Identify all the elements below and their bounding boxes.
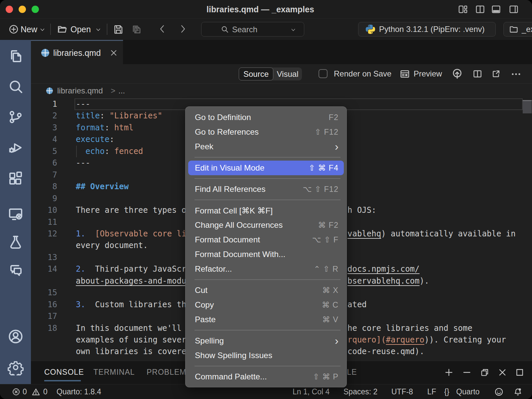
extensions-icon [8, 170, 24, 186]
save-all-icon[interactable] [131, 24, 142, 35]
menu-item-peek[interactable]: Peek› [186, 139, 346, 154]
errors-count[interactable]: 0 [23, 387, 27, 396]
search-dropdown-caret-icon[interactable] [291, 27, 296, 33]
activity-bar-account[interactable] [0, 328, 31, 345]
toolbar-separator [50, 24, 51, 35]
activity-bar-extensions[interactable] [0, 169, 31, 187]
menu-item-label: Command Palette... [195, 372, 267, 381]
split-editor-layout-icon[interactable] [475, 4, 485, 14]
panel-restore-icon[interactable] [480, 368, 489, 377]
menu-item-cut[interactable]: Cut⌘ X [186, 283, 346, 298]
open-button[interactable]: Open [70, 25, 91, 34]
menu-item-go-to-definition[interactable]: Go to DefinitionF2 [186, 110, 346, 125]
menu-separator [195, 366, 340, 366]
new-button[interactable]: New [21, 25, 37, 34]
warnings-count[interactable]: 0 [43, 387, 48, 396]
toggle-panel-icon[interactable] [491, 4, 501, 14]
open-external-icon[interactable] [491, 69, 501, 79]
menu-item-find-all-references[interactable]: Find All References⌥ ⇧ F12 [186, 182, 346, 197]
activity-bar-search[interactable] [0, 78, 31, 95]
minimize-window-button[interactable] [19, 6, 26, 13]
panel-tab-terminal[interactable]: TERMINAL [93, 368, 135, 377]
feedback-smiley-icon[interactable] [494, 387, 503, 396]
code-token: echo [85, 147, 105, 156]
visual-mode-button[interactable]: Visual [273, 67, 302, 80]
menu-item-go-to-references[interactable]: Go to References⇧ F12 [186, 125, 346, 139]
quarto-version[interactable]: Quarto: 1.8.4 [57, 387, 101, 396]
menu-item-show-spelling-issues[interactable]: Show Spelling Issues [186, 348, 346, 363]
project-selector[interactable]: _examples [503, 22, 532, 37]
indentation[interactable]: Spaces: 2 [343, 387, 377, 396]
activity-bar-run-debug[interactable] [0, 139, 31, 156]
tab-close-icon[interactable] [110, 49, 118, 57]
new-file-icon[interactable] [9, 24, 19, 34]
zoom-window-button[interactable] [32, 6, 39, 13]
menu-item-shortcut: ⌃ ⇧ R [314, 264, 338, 274]
menu-item-refactor[interactable]: Refactor...⌃ ⇧ R [186, 262, 346, 276]
panel-maximize-icon[interactable] [515, 368, 524, 377]
preview-icon[interactable] [400, 69, 410, 79]
split-editor-icon[interactable] [472, 69, 482, 79]
toggle-secondary-sidebar-icon[interactable] [509, 4, 519, 14]
close-window-button[interactable] [6, 6, 13, 13]
open-folder-icon[interactable] [57, 24, 67, 35]
source-mode-button[interactable]: Source [239, 67, 273, 80]
tab-libraries-qmd[interactable]: libraries.qmd [31, 40, 123, 64]
menu-item-edit-in-visual-mode[interactable]: Edit in Visual Mode⇧ ⌘ F4 [188, 161, 344, 175]
search-input[interactable]: Search [201, 22, 304, 37]
folder-icon [509, 25, 518, 34]
breadcrumb-more[interactable]: ... [118, 86, 125, 95]
menu-item-shortcut: ⌥ ⇧ F12 [303, 185, 338, 194]
code-token: ) automatically available in [381, 229, 516, 238]
activity-bar-chat[interactable] [0, 261, 31, 279]
menu-item-label: Edit in Visual Mode [195, 163, 264, 173]
notifications-bell-icon[interactable] [513, 387, 522, 396]
activity-bar-testing[interactable] [0, 233, 31, 251]
back-icon[interactable] [157, 24, 167, 34]
code-token: --- [76, 158, 90, 168]
account-icon [8, 329, 24, 344]
customize-layout-icon[interactable] [458, 4, 468, 14]
chat-icon [8, 262, 24, 278]
eol[interactable]: LF [427, 387, 436, 396]
new-dropdown-caret-icon[interactable] [40, 27, 45, 33]
preview-button[interactable]: Preview [414, 69, 442, 78]
menu-item-format-document-with[interactable]: Format Document With... [186, 247, 346, 262]
warnings-icon[interactable] [32, 388, 40, 396]
menu-item-command-palette[interactable]: Command Palette...⇧ ⌘ P [186, 369, 346, 384]
encoding[interactable]: UTF-8 [391, 387, 413, 396]
menu-item-change-all-occurrences[interactable]: Change All Occurrences⌘ F2 [186, 218, 346, 232]
open-dropdown-caret-icon[interactable] [95, 27, 101, 33]
menu-item-format-cell-k-f[interactable]: Format Cell [⌘K ⌘F] [186, 203, 346, 218]
panel-minimize-icon[interactable] [462, 368, 471, 377]
cursor-position[interactable]: Ln 1, Col 4 [293, 387, 330, 396]
breadcrumb-file[interactable]: libraries.qmd [57, 86, 103, 95]
render-on-save-checkbox[interactable] [319, 69, 328, 78]
menu-item-copy[interactable]: Copy⌘ C [186, 298, 346, 312]
activity-bar-explorer[interactable] [0, 47, 31, 65]
more-actions-icon[interactable] [511, 69, 521, 79]
panel-add-icon[interactable] [444, 368, 454, 377]
code-token: : [105, 147, 114, 156]
activity-bar-settings[interactable] [0, 359, 31, 376]
interpreter-selector[interactable]: Python 3.12.1 (PipEnv: .venv) [358, 22, 496, 37]
line-number: 12 [31, 228, 57, 240]
language-braces[interactable]: {} [444, 387, 449, 396]
panel-tab-console[interactable]: CONSOLE [44, 368, 84, 377]
line-number: 5 [31, 146, 57, 157]
line-number: 1 [31, 98, 57, 110]
save-icon[interactable] [113, 24, 124, 35]
interpreter-label: Python 3.12.1 (PipEnv: .venv) [379, 25, 485, 34]
activity-bar-sessions[interactable] [0, 205, 31, 222]
menu-item-label: Paste [195, 315, 216, 324]
menu-item-format-document[interactable]: Format Document⌥ ⇧ F [186, 232, 346, 247]
language-mode[interactable]: Quarto [456, 387, 479, 396]
activity-bar-source-control[interactable] [0, 108, 31, 126]
panel-close-icon[interactable] [498, 368, 507, 377]
menu-item-label: Change All Occurrences [195, 220, 283, 230]
errors-icon[interactable] [12, 388, 20, 396]
forward-icon[interactable] [178, 24, 188, 34]
menu-item-paste[interactable]: Paste⌘ V [186, 312, 346, 327]
menu-item-spelling[interactable]: Spelling› [186, 333, 346, 348]
publish-icon[interactable] [452, 68, 463, 79]
